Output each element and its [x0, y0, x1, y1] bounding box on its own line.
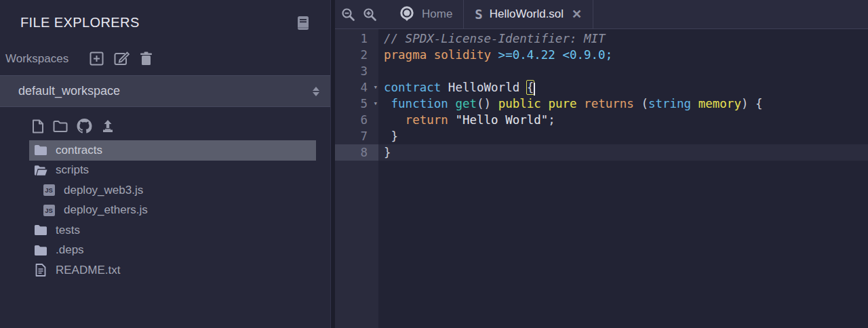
- book-icon: [296, 16, 310, 30]
- edit-pencil-icon: [114, 52, 130, 66]
- js-file-icon: JS: [42, 205, 56, 216]
- tree-item-label: deploy_web3.js: [64, 184, 143, 197]
- upload-file-button[interactable]: [101, 119, 115, 134]
- tree-item-label: README.txt: [56, 264, 120, 277]
- delete-workspace-button[interactable]: [140, 52, 153, 66]
- tree-item-label: tests: [56, 224, 80, 237]
- code-line[interactable]: 3: [335, 63, 868, 79]
- code-line[interactable]: 4▾contract HelloWorld {: [335, 79, 868, 96]
- tree-item-deploy-web3-js[interactable]: JSdeploy_web3.js: [29, 180, 316, 201]
- line-number: 1: [335, 30, 378, 47]
- code-text[interactable]: contract HelloWorld {: [378, 79, 868, 96]
- code-text[interactable]: }: [378, 144, 868, 161]
- code-text[interactable]: function get() public pure returns (stri…: [378, 96, 868, 112]
- code-line[interactable]: 1// SPDX-License-Identifier: MIT: [335, 30, 868, 47]
- tree-item-readme-txt[interactable]: README.txt: [29, 260, 316, 281]
- remix-ide-window: FILE EXPLORERS Workspaces: [0, 0, 868, 328]
- new-folder-icon: [53, 120, 68, 133]
- zoom-in-icon: [363, 8, 376, 21]
- line-number: 7: [335, 128, 378, 144]
- folder-icon: [34, 245, 47, 256]
- tree-item-contracts[interactable]: contracts: [29, 140, 316, 161]
- line-number: 6: [335, 112, 378, 128]
- code-line[interactable]: 5▾ function get() public pure returns (s…: [335, 96, 868, 112]
- tree-item-label: .deps: [56, 243, 84, 257]
- tree-item-label: contracts: [56, 144, 102, 157]
- file-explorer-panel: FILE EXPLORERS Workspaces: [0, 0, 331, 328]
- js-file-icon: JS: [42, 184, 56, 196]
- folder-icon: [34, 245, 47, 256]
- folder-icon: [34, 224, 47, 236]
- workspace-selected-value: default_workspace: [18, 84, 120, 98]
- folder-open-icon: [34, 165, 47, 176]
- code-text[interactable]: pragma solidity >=0.4.22 <0.9.0;: [378, 47, 868, 63]
- tree-item-label: deploy_ethers.js: [64, 203, 148, 217]
- solidity-file-icon: S: [475, 7, 482, 22]
- tab-home[interactable]: Home: [388, 0, 464, 28]
- create-workspace-button[interactable]: [90, 52, 104, 66]
- js-badge: JS: [43, 205, 55, 216]
- zoom-in-button[interactable]: [363, 8, 376, 21]
- code-editor[interactable]: 1// SPDX-License-Identifier: MIT2pragma …: [335, 29, 868, 328]
- folder-icon: [34, 144, 47, 156]
- github-icon: [77, 119, 92, 134]
- new-file-icon: [32, 119, 44, 134]
- new-folder-button[interactable]: [53, 120, 68, 133]
- clone-git-repo-button[interactable]: [77, 119, 92, 134]
- fold-arrow-icon[interactable]: ▾: [373, 96, 378, 112]
- zoom-out-button[interactable]: [342, 8, 355, 21]
- code-text[interactable]: return "Hello World";: [378, 112, 868, 128]
- code-line[interactable]: 7 }: [335, 128, 868, 144]
- text-cursor: [534, 83, 535, 96]
- line-number: 5▾: [335, 96, 378, 112]
- tree-item--deps[interactable]: .deps: [29, 241, 316, 261]
- editor-tabbar: Home S HelloWorld.sol ✕: [335, 0, 868, 29]
- file-explorer-header: FILE EXPLORERS: [0, 0, 330, 30]
- upload-icon: [101, 119, 115, 134]
- code-line[interactable]: 6 return "Hello World";: [335, 112, 868, 128]
- rename-workspace-button[interactable]: [114, 52, 130, 66]
- tab-helloworld-sol[interactable]: S HelloWorld.sol ✕: [464, 0, 593, 28]
- workspace-select[interactable]: default_workspace: [0, 75, 330, 107]
- line-number: 8: [335, 144, 378, 161]
- plugin-doc-icon[interactable]: [296, 16, 310, 30]
- file-tree: contractsscriptsJSdeploy_web3.jsJSdeploy…: [0, 140, 330, 281]
- tree-item-label: scripts: [56, 163, 89, 177]
- tree-item-deploy-ethers-js[interactable]: JSdeploy_ethers.js: [29, 201, 316, 221]
- code-text[interactable]: [378, 63, 868, 79]
- workspaces-label: Workspaces: [5, 52, 68, 66]
- file-icon: [35, 264, 46, 276]
- tree-item-scripts[interactable]: scripts: [29, 161, 316, 181]
- line-number: 2: [335, 47, 378, 63]
- tree-item-tests[interactable]: tests: [29, 220, 316, 241]
- js-badge: JS: [43, 184, 55, 196]
- editor-zoom-controls: [335, 0, 385, 28]
- plus-square-icon: [90, 52, 104, 66]
- code-line[interactable]: 2pragma solidity >=0.4.22 <0.9.0;: [335, 47, 868, 63]
- file-actions-toolbar: [0, 119, 330, 134]
- code-text[interactable]: // SPDX-License-Identifier: MIT: [378, 30, 868, 47]
- line-number: 4▾: [335, 79, 378, 96]
- tab-close-icon[interactable]: ✕: [572, 7, 582, 22]
- code-text[interactable]: }: [378, 128, 868, 144]
- workspaces-toolbar: Workspaces: [0, 52, 330, 66]
- line-number: 3: [335, 63, 378, 79]
- remix-logo-icon: [399, 5, 415, 23]
- tab-home-label: Home: [422, 7, 452, 21]
- folder-open-icon: [34, 165, 47, 176]
- folder-icon: [34, 224, 47, 236]
- tab-file-label: HelloWorld.sol: [490, 7, 564, 21]
- code-line[interactable]: 8}: [335, 144, 868, 161]
- editor-panel: Home S HelloWorld.sol ✕ 1// SPDX-License…: [335, 0, 868, 328]
- new-file-button[interactable]: [32, 119, 44, 134]
- fold-arrow-icon[interactable]: ▾: [373, 79, 378, 96]
- select-spinner-icon: [313, 87, 319, 96]
- folder-icon: [34, 144, 47, 156]
- file-icon: [34, 264, 47, 276]
- trash-icon: [140, 52, 153, 66]
- panel-title: FILE EXPLORERS: [20, 15, 140, 30]
- zoom-out-icon: [342, 8, 355, 21]
